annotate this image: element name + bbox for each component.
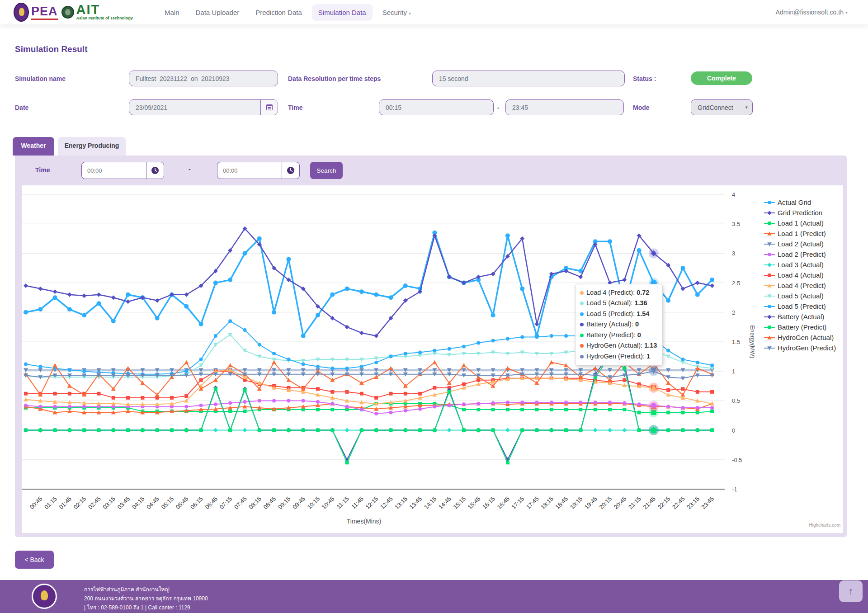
chevron-down-icon: ▾: [745, 104, 748, 110]
x-tick-label: 17:15: [510, 495, 526, 511]
x-tick-label: 08:45: [262, 495, 278, 511]
user-menu[interactable]: Admin@fissionsoft.co.th ▾: [776, 0, 848, 24]
search-button[interactable]: Search: [310, 162, 343, 179]
x-tick-label: 15:15: [452, 495, 467, 511]
tab-weather[interactable]: Weather: [13, 137, 54, 156]
x-tick-label: 00:45: [28, 495, 44, 511]
page-title: Simulation Result: [15, 44, 87, 54]
calendar-icon: [266, 104, 273, 110]
legend-label: Actual Grid: [778, 198, 811, 206]
y-axis-title: Energy(MW): [749, 325, 756, 358]
simulation-name-label: Simulation name: [15, 75, 66, 82]
footer-line-1: การไฟฟ้าส่วนภูมิภาค สำนักงานใหญ่: [84, 585, 208, 594]
resolution-label: Data Resolution per time steps: [288, 75, 381, 82]
legend-item-load-5-actual-[interactable]: Load 5 (Actual): [764, 291, 836, 301]
legend-item-grid-prediction[interactable]: Grid Prediction: [764, 207, 836, 218]
chevron-down-icon: ▾: [845, 10, 848, 15]
legend-item-load-1-predict-[interactable]: Load 1 (Predict): [764, 228, 836, 239]
pea-label: PEA: [31, 5, 58, 18]
x-tick-label: 16:45: [495, 495, 511, 511]
legend-item-battery-predict-[interactable]: Battery (Predict): [764, 322, 836, 332]
pea-red-bar: [31, 19, 58, 20]
svg-text:1: 1: [732, 368, 735, 375]
scroll-to-top-button[interactable]: ↑: [839, 580, 863, 602]
legend-label: Grid Prediction: [778, 209, 822, 217]
x-tick-label: 21:15: [627, 495, 642, 511]
svg-text:3.5: 3.5: [732, 221, 740, 227]
legend-item-load-5-predict-[interactable]: Load 5 (Predict): [764, 301, 836, 311]
legend-item-actual-grid[interactable]: Actual Grid: [764, 197, 836, 207]
tooltip-value: 0.72: [637, 288, 649, 298]
x-tick-label: 07:45: [233, 495, 248, 511]
time-from-field[interactable]: [379, 99, 494, 115]
legend-item-load-2-predict-[interactable]: Load 2 (Predict): [764, 249, 836, 259]
clock-button[interactable]: [282, 162, 300, 179]
search-time-from-input[interactable]: [81, 162, 146, 179]
svg-text:-0.5: -0.5: [732, 457, 742, 463]
weather-panel: Time - Search -1-0.500.511.522.533.5400: [15, 156, 847, 537]
legend-marker-icon: [764, 221, 775, 226]
legend-marker-icon: [764, 325, 775, 330]
nav-item-simulation-data[interactable]: Simulation Data: [312, 4, 373, 21]
x-tick-label: 18:15: [539, 495, 555, 511]
date-input[interactable]: [129, 100, 260, 115]
x-tick-label: 01:45: [57, 495, 73, 511]
legend-marker-icon: [764, 314, 775, 320]
nav-item-data-uploader[interactable]: Data Uploader: [189, 4, 246, 21]
svg-text:2: 2: [732, 309, 735, 316]
legend-item-hydrogen-actual-[interactable]: HydroGen (Actual): [764, 332, 836, 343]
mode-value: GridConnect: [698, 104, 733, 111]
svg-text:0.5: 0.5: [732, 397, 740, 404]
clock-button[interactable]: [146, 162, 164, 179]
legend-item-load-4-actual-[interactable]: Load 4 (Actual): [764, 270, 836, 280]
date-field[interactable]: [129, 99, 278, 115]
search-time-label: Time: [35, 166, 50, 174]
series-line-hydrogen-actual-: [26, 363, 712, 395]
x-tick-label: 03:15: [101, 495, 117, 511]
legend-item-load-3-actual-[interactable]: Load 3 (Actual): [764, 259, 836, 270]
back-button[interactable]: < Back: [15, 551, 54, 569]
nav-item-main[interactable]: Main: [158, 4, 186, 21]
legend-item-battery-actual-[interactable]: Battery (Actual): [764, 311, 836, 322]
legend-marker-icon: [764, 273, 775, 278]
tooltip-label: Load 4 (Predict):: [586, 288, 635, 298]
tooltip-label: HydroGen (Predict):: [586, 351, 645, 362]
tab-energy-producing[interactable]: Energy Producing: [58, 137, 126, 157]
legend-item-hydrogen-predict-[interactable]: HydroGen (Predict): [764, 343, 836, 353]
resolution-field[interactable]: [432, 71, 625, 86]
legend-label: Load 4 (Actual): [778, 271, 824, 279]
pea-logo-text: PEA: [31, 5, 58, 20]
legend-item-load-4-predict-[interactable]: Load 4 (Predict): [764, 280, 836, 291]
calendar-button[interactable]: [260, 100, 278, 115]
tooltip-row: HydroGen (Actual):1.13: [580, 340, 657, 351]
series-dot-icon: [580, 334, 584, 337]
time-to-field[interactable]: [505, 99, 624, 115]
legend-label: HydroGen (Predict): [778, 344, 836, 352]
legend-marker-icon: [764, 335, 775, 340]
pea-logo-icon: [14, 3, 29, 22]
legend-marker-icon: [764, 262, 775, 268]
legend-item-load-1-actual-[interactable]: Load 1 (Actual): [764, 218, 836, 228]
tooltip-value: 1.36: [634, 298, 647, 308]
nav-item-security[interactable]: Security▾: [376, 4, 417, 21]
clock-icon: [286, 166, 295, 175]
tooltip-value: 0: [637, 330, 641, 340]
svg-text:1.5: 1.5: [732, 339, 740, 345]
mode-label: Mode: [633, 104, 650, 111]
search-time-to-input[interactable]: [217, 162, 282, 179]
highcharts-credits[interactable]: Highcharts.com: [809, 523, 840, 528]
nav-item-prediction-data[interactable]: Prediction Data: [249, 4, 308, 21]
x-tick-label: 22:45: [671, 495, 686, 511]
mode-select[interactable]: GridConnect ▾: [691, 99, 753, 115]
x-tick-label: 08:15: [247, 495, 263, 511]
tooltip-row: Load 5 (Actual):1.36: [580, 298, 657, 308]
simulation-name-field[interactable]: [129, 71, 278, 86]
legend-marker-icon: [764, 283, 775, 288]
legend-marker-icon: [764, 293, 775, 299]
tooltip-value: 1.13: [644, 340, 657, 351]
legend-item-load-2-actual-[interactable]: Load 2 (Actual): [764, 239, 836, 249]
footer-line-3: | โทร : 02-589-0100 ถึง 1 | Call canter …: [84, 604, 208, 613]
main-nav: MainData UploaderPrediction DataSimulati…: [158, 0, 417, 24]
energy-chart[interactable]: -1-0.500.511.522.533.5400:4501:1501:4502…: [22, 185, 843, 533]
legend-label: Load 2 (Predict): [778, 250, 826, 258]
